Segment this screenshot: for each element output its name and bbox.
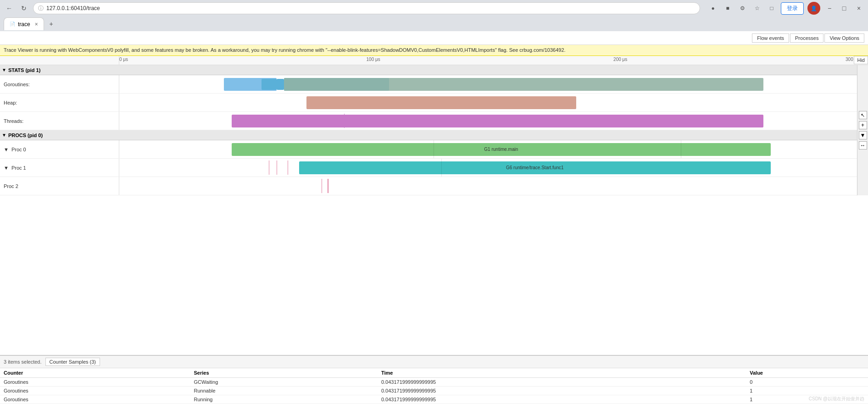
threads-track-canvas[interactable] [119,112,868,130]
row1-time: 0.043171999999999995 [378,387,746,395]
stats-section-title: STATS (pid 1) [8,67,40,73]
proc2-tick-2 [328,179,328,193]
zoom-down-button[interactable]: ▼ [859,131,867,139]
table-row: Goroutines GCWaiting 0.04317199999999999… [0,378,868,387]
cast-icon[interactable]: □ [766,3,777,14]
table-row: Goroutines Runnable 0.043171999999999995… [0,387,868,395]
proc1-track-row: ▼ Proc 1 G6 runtime/trace.Start.func1 [0,159,868,177]
settings-icon[interactable]: ⚙ [737,3,748,14]
procs-collapse-icon[interactable]: ▼ [2,133,6,138]
address-bar[interactable]: ⓘ 127.0.0.1:60410/trace [33,2,700,14]
goroutines-bar-3 [277,79,284,89]
row2-series: Running [190,395,378,404]
threads-track-label: Threads: [0,112,119,130]
warning-text: Trace Viewer is running with WebComponen… [4,47,566,53]
extensions-icon[interactable]: ■ [722,3,733,14]
row0-value: 0 [746,378,868,387]
goroutines-label-text: Goroutines: [4,82,30,87]
proc1-collapse-icon[interactable]: ▼ [4,165,9,171]
threads-bar-1 [232,115,763,127]
ruler-mark-100: 100 μs [367,57,380,62]
bottom-table-body: Goroutines GCWaiting 0.04317199999999999… [0,378,868,404]
flow-events-button[interactable]: Flow events [752,33,789,43]
hide-button[interactable]: Hid [854,56,868,64]
maximize-button[interactable]: □ [839,3,850,14]
ruler-label-spacer [0,56,119,65]
login-button[interactable]: 登录 [781,2,804,15]
refresh-button[interactable]: ↻ [18,3,29,14]
proc0-marker-2 [681,140,681,158]
row0-time: 0.043171999999999995 [378,378,746,387]
row0-series: GCWaiting [190,378,378,387]
proc1-marker [441,159,442,177]
proc0-marker [434,140,434,158]
ruler-mark-200: 200 μs [613,57,627,62]
processes-button[interactable]: Processes [790,33,823,43]
heap-track-canvas[interactable] [119,94,868,111]
stats-collapse-icon[interactable]: ▼ [2,67,6,72]
proc1-tick-2 [277,160,277,175]
profile-icon[interactable]: ● [707,3,718,14]
proc2-track-row: Proc 2 [0,177,868,195]
row2-counter: Goroutines [0,395,190,404]
avatar-icon[interactable]: 👤 [807,2,820,15]
tab-close-icon[interactable]: × [35,21,38,28]
items-selected-label: 3 items selected. [4,359,42,365]
proc1-bar-1: G6 runtime/trace.Start.func1 [299,161,771,174]
topbar-buttons: Flow events Processes View Options [752,33,864,43]
col-value: Value [746,368,868,378]
heap-track-label: Heap: [0,94,119,111]
proc2-label-text: Proc 2 [4,183,18,189]
url-text: 127.0.0.1:60410/trace [46,5,100,11]
proc1-label-text: Proc 1 [11,165,26,171]
procs-section: ▼ PROCS (pid 0) ✕ ▼ Proc 0 G1 runtime.ma… [0,130,868,195]
col-time: Time [378,368,746,378]
proc0-track-label: ▼ Proc 0 [0,140,119,158]
info-icon: ⓘ [38,5,44,12]
goroutines-track-row: Goroutines: [0,75,868,94]
zoom-in-button[interactable]: + [859,121,867,129]
timeline-area: Hid 0 μs 100 μs 200 μs 300 μs ▼ STATS (p… [0,56,868,195]
proc1-track-label: ▼ Proc 1 [0,159,119,177]
warning-banner: Trace Viewer is running with WebComponen… [0,45,868,56]
bookmarks-icon[interactable]: ☆ [751,3,762,14]
row1-counter: Goroutines [0,387,190,395]
threads-track-row: Threads: [0,112,868,130]
tab-bar: 📄 trace × + [0,17,868,31]
proc0-collapse-icon[interactable]: ▼ [4,147,9,152]
proc2-tick-1 [322,179,322,193]
row1-value: 1 [746,387,868,395]
active-tab[interactable]: 📄 trace × [4,17,44,30]
bottom-tabs: 3 items selected. Counter Samples (3) [0,356,868,368]
row0-counter: Goroutines [0,378,190,387]
browser-toolbar: ← ↻ ⓘ 127.0.0.1:60410/trace ● ■ ⚙ ☆ □ 登录… [0,0,868,17]
proc1-bar-label: G6 runtime/trace.Start.func1 [506,165,564,170]
goroutines-bar-5 [284,78,763,90]
proc1-tick-1 [269,160,269,175]
proc1-track-canvas[interactable]: G6 runtime/trace.Start.func1 [119,159,868,177]
time-ruler: 0 μs 100 μs 200 μs 300 μs [119,56,868,65]
threads-label-text: Threads: [4,118,23,124]
close-button[interactable]: × [853,3,864,14]
minimize-button[interactable]: − [824,3,835,14]
toolbar-right: ● ■ ⚙ ☆ □ 登录 👤 − □ × [707,2,864,15]
app-topbar: Flow events Processes View Options [0,31,868,45]
goroutines-track-canvas[interactable] [119,75,868,93]
heap-label-text: Heap: [4,100,17,105]
procs-section-header: ▼ PROCS (pid 0) ✕ [0,130,868,140]
proc0-track-canvas[interactable]: G1 runtime.main [119,140,868,158]
ruler-mark-0: 0 μs [119,57,128,62]
zoom-fit-button[interactable]: ↔ [859,141,867,149]
new-tab-button[interactable]: + [46,18,57,29]
proc0-label-text: Proc 0 [11,147,26,152]
counter-samples-tab[interactable]: Counter Samples (3) [45,358,100,366]
zoom-cursor-button[interactable]: ↖ [859,111,867,119]
proc0-bar-1: G1 runtime.main [232,143,771,155]
bottom-table-header-row: Counter Series Time Value [0,368,868,378]
proc2-track-canvas[interactable] [119,177,868,195]
heap-track-row: Heap: [0,94,868,112]
app-content: Flow events Processes View Options Trace… [0,31,868,404]
bottom-panel: 3 items selected. Counter Samples (3) Co… [0,355,868,404]
view-options-button[interactable]: View Options [824,33,864,43]
back-button[interactable]: ← [4,3,15,14]
